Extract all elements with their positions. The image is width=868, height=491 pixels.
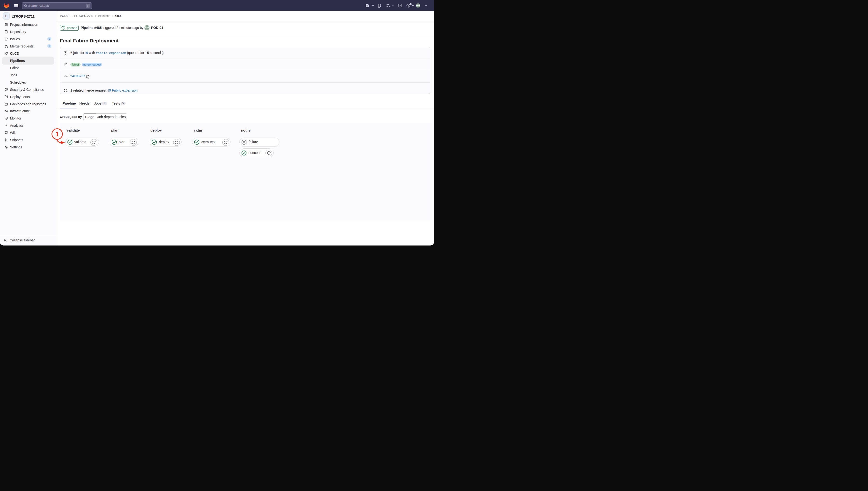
svg-text:1: 1 [55,130,59,138]
